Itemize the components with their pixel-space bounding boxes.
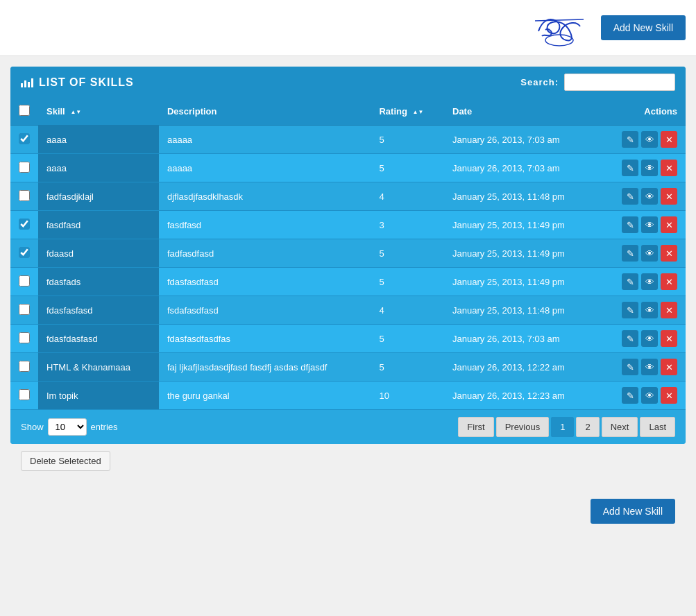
add-new-skill-button-bottom[interactable]: Add New Skill [591, 499, 675, 524]
edit-button[interactable]: ✎ [622, 245, 638, 262]
row-date: January 25, 2013, 11:48 pm [444, 182, 599, 211]
row-actions: ✎ 👁 ✕ [599, 382, 686, 410]
show-entries-group: Show 10 25 50 100 entries [21, 418, 118, 436]
row-skill: aaaa [38, 154, 159, 182]
edit-button[interactable]: ✎ [622, 330, 638, 347]
row-actions: ✎ 👁 ✕ [599, 182, 686, 211]
table-row: Im topikthe guru gankal10January 26, 201… [10, 382, 686, 410]
row-checkbox[interactable] [19, 304, 30, 315]
delete-button[interactable]: ✕ [661, 245, 677, 262]
edit-button[interactable]: ✎ [622, 160, 638, 176]
page-next-button[interactable]: Next [602, 417, 638, 437]
row-actions: ✎ 👁 ✕ [599, 296, 686, 325]
row-actions: ✎ 👁 ✕ [599, 353, 686, 382]
row-rating: 5 [371, 353, 444, 382]
row-checkbox[interactable] [19, 247, 30, 258]
edit-button[interactable]: ✎ [622, 302, 638, 318]
chart-icon [21, 78, 33, 87]
top-bar: Add New Skill [0, 0, 696, 56]
view-button[interactable]: 👁 [641, 273, 658, 290]
page-1-button[interactable]: 1 [551, 417, 574, 437]
row-checkbox[interactable] [19, 361, 30, 372]
delete-button[interactable]: ✕ [661, 131, 677, 148]
row-actions: ✎ 👁 ✕ [599, 325, 686, 353]
row-checkbox-cell [10, 126, 38, 154]
row-description: fdasfasdfasd [159, 268, 371, 296]
delete-button[interactable]: ✕ [661, 387, 677, 404]
view-button[interactable]: 👁 [641, 131, 658, 148]
row-rating: 5 [371, 154, 444, 182]
row-checkbox[interactable] [19, 332, 30, 343]
row-checkbox[interactable] [19, 275, 30, 286]
delete-button[interactable]: ✕ [661, 188, 677, 205]
row-skill: fdaasd [38, 239, 159, 268]
row-description: aaaaa [159, 154, 371, 182]
search-area: Search: [520, 74, 675, 91]
delete-button[interactable]: ✕ [661, 216, 677, 233]
edit-button[interactable]: ✎ [622, 216, 638, 233]
row-rating: 5 [371, 239, 444, 268]
sort-arrows-rating[interactable]: ▲▼ [413, 110, 424, 115]
search-input[interactable] [564, 74, 675, 91]
view-button[interactable]: 👁 [641, 188, 658, 205]
entries-select[interactable]: 10 25 50 100 [48, 418, 87, 436]
row-rating: 5 [371, 325, 444, 353]
delete-button[interactable]: ✕ [661, 273, 677, 290]
row-skill: HTML & Khanamaaa [38, 353, 159, 382]
add-new-skill-button-top[interactable]: Add New Skill [601, 15, 686, 40]
select-all-checkbox[interactable] [19, 105, 30, 116]
row-checkbox[interactable] [19, 133, 30, 144]
row-checkbox-cell [10, 182, 38, 211]
row-checkbox[interactable] [19, 162, 30, 173]
panel-header: LIST OF SKILLS Search: [10, 67, 686, 98]
edit-button[interactable]: ✎ [622, 387, 638, 404]
delete-button[interactable]: ✕ [661, 330, 677, 347]
table-row: fdaasdfadfasdfasd5January 25, 2013, 11:4… [10, 239, 686, 268]
bottom-bar: Show 10 25 50 100 entries First Previous… [10, 410, 686, 444]
table-row: aaaaaaaaa5January 26, 2013, 7:03 am ✎ 👁 … [10, 126, 686, 154]
delete-button[interactable]: ✕ [661, 359, 677, 375]
edit-button[interactable]: ✎ [622, 188, 638, 205]
view-button[interactable]: 👁 [641, 245, 658, 262]
page-2-button[interactable]: 2 [576, 417, 599, 437]
table-row: fadfasdjklajldjflasdjfasdklhasdk4January… [10, 182, 686, 211]
row-date: January 26, 2013, 7:03 am [444, 154, 599, 182]
row-description: fdasfasdfasdfas [159, 325, 371, 353]
header-actions: Actions [599, 98, 686, 126]
row-rating: 4 [371, 182, 444, 211]
view-button[interactable]: 👁 [641, 216, 658, 233]
row-checkbox[interactable] [19, 190, 30, 201]
row-description: fadfasdfasd [159, 239, 371, 268]
row-rating: 3 [371, 211, 444, 239]
row-rating: 10 [371, 382, 444, 410]
row-actions: ✎ 👁 ✕ [599, 211, 686, 239]
edit-button[interactable]: ✎ [622, 131, 638, 148]
edit-button[interactable]: ✎ [622, 359, 638, 375]
row-checkbox-cell [10, 211, 38, 239]
edit-button[interactable]: ✎ [622, 273, 638, 290]
delete-button[interactable]: ✕ [661, 160, 677, 176]
page-last-button[interactable]: Last [640, 417, 675, 437]
row-actions: ✎ 👁 ✕ [599, 268, 686, 296]
row-actions: ✎ 👁 ✕ [599, 126, 686, 154]
view-button[interactable]: 👁 [641, 387, 658, 404]
page-first-button[interactable]: First [458, 417, 493, 437]
row-date: January 26, 2013, 7:03 am [444, 126, 599, 154]
view-button[interactable]: 👁 [641, 359, 658, 375]
table-body: aaaaaaaaa5January 26, 2013, 7:03 am ✎ 👁 … [10, 126, 686, 410]
table-row: fdasfadsfdasfasdfasd5January 25, 2013, 1… [10, 268, 686, 296]
row-date: January 25, 2013, 11:49 pm [444, 268, 599, 296]
delete-selected-button[interactable]: Delete Seletected [21, 451, 110, 471]
delete-button[interactable]: ✕ [661, 302, 677, 318]
show-label: Show [21, 422, 44, 432]
signature-icon [476, 7, 587, 49]
row-checkbox[interactable] [19, 389, 30, 400]
page-previous-button[interactable]: Previous [496, 417, 550, 437]
view-button[interactable]: 👁 [641, 160, 658, 176]
row-checkbox[interactable] [19, 219, 30, 230]
row-rating: 5 [371, 268, 444, 296]
row-checkbox-cell [10, 296, 38, 325]
sort-arrows-skill[interactable]: ▲▼ [70, 110, 81, 115]
view-button[interactable]: 👁 [641, 302, 658, 318]
view-button[interactable]: 👁 [641, 330, 658, 347]
